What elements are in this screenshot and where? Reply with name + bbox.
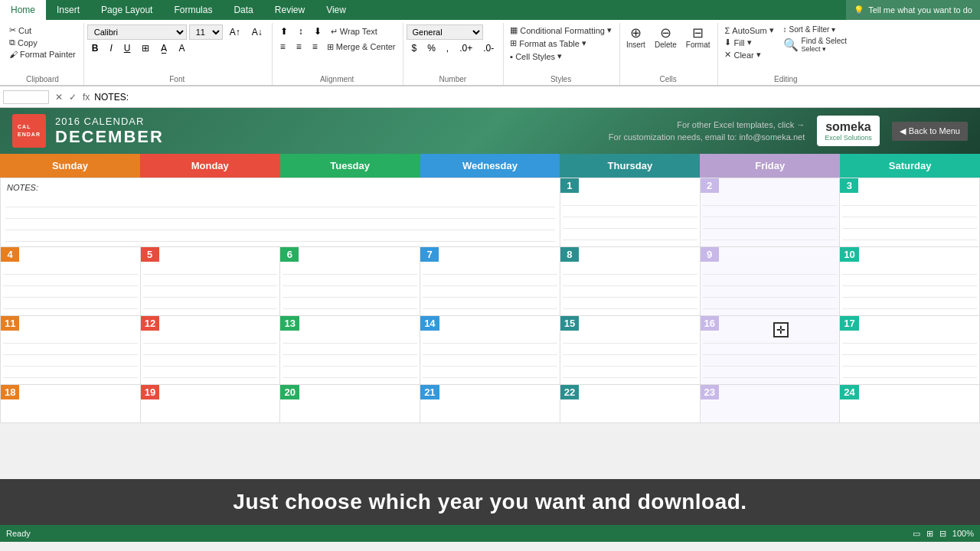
- fill-button[interactable]: ⬇ Fill▾: [721, 37, 776, 48]
- calendar-year: 2016 CALENDAR: [55, 116, 164, 127]
- calendar-cell-dec-3[interactable]: 3: [840, 178, 980, 247]
- insert-function-icon[interactable]: fx: [80, 92, 93, 103]
- cell-lines: [840, 193, 979, 243]
- date-2: 2: [701, 178, 719, 193]
- format-button[interactable]: ⊟ Format: [683, 24, 714, 51]
- align-left-button[interactable]: ≡: [276, 40, 290, 54]
- accounting-button[interactable]: $: [407, 41, 421, 55]
- tab-formulas[interactable]: Formulas: [163, 0, 223, 20]
- day-monday: Monday: [140, 154, 280, 178]
- cell-reference-input[interactable]: [3, 90, 49, 104]
- page-layout-view-icon[interactable]: ⊞: [926, 529, 933, 539]
- align-middle-button[interactable]: ↕: [294, 24, 308, 38]
- sort-filter-button[interactable]: ↕ Sort & Filter▾: [780, 24, 850, 34]
- calendar-cell-dec-4[interactable]: 4: [1, 247, 141, 316]
- tab-home[interactable]: Home: [0, 0, 46, 20]
- wrap-text-button[interactable]: ↵ Wrap Text: [328, 24, 381, 38]
- conditional-formatting-button[interactable]: ▦ Conditional Formatting▾: [507, 24, 615, 36]
- table-icon: ⊞: [510, 38, 517, 48]
- calendar-cell-dec-10[interactable]: 10: [840, 247, 980, 316]
- cut-button[interactable]: ✂ Cut: [6, 24, 79, 36]
- format-icon: ⊟: [692, 26, 704, 40]
- back-to-menu-button[interactable]: ◀ Back to Menu: [892, 122, 968, 141]
- editing-group: Σ AutoSum▾ ⬇ Fill▾ ✕ Clear▾ ↕ Sort & Fil…: [718, 23, 854, 85]
- calendar-cell-dec-7[interactable]: 7: [420, 247, 560, 316]
- calendar-cell-dec-18[interactable]: 18: [1, 385, 141, 423]
- clear-button[interactable]: ✕ Clear▾: [721, 49, 776, 60]
- tab-data[interactable]: Data: [223, 0, 263, 20]
- font-group: Calibri 11 A↑ A↓ B I U ⊞ A̲ A: [84, 23, 273, 85]
- number-group: General $ % , .0+ .0- Number: [403, 23, 504, 85]
- find-select-button[interactable]: 🔍 Find & Select Select ▾: [780, 35, 850, 54]
- calendar-cell-dec-14[interactable]: 14: [420, 316, 560, 385]
- status-bar: Ready ▭ ⊞ ⊟ 100%: [0, 525, 980, 542]
- clipboard-label: Clipboard: [6, 73, 79, 83]
- calendar-cell-dec-11[interactable]: 11: [1, 316, 141, 385]
- calendar-cell-dec-22[interactable]: 22: [560, 385, 701, 423]
- tab-view[interactable]: View: [315, 0, 357, 20]
- format-painter-button[interactable]: 🖌 Format Painter: [6, 49, 79, 60]
- percent-button[interactable]: %: [423, 41, 440, 55]
- underline-button[interactable]: U: [119, 41, 136, 55]
- wrap-text-icon: ↵: [331, 27, 338, 37]
- spreadsheet-area: CALENDAR 2016 CALENDAR DECEMBER For othe…: [0, 108, 980, 525]
- font-color-button[interactable]: A: [174, 41, 189, 55]
- align-top-button[interactable]: ⬆: [276, 24, 292, 38]
- font-family-select[interactable]: Calibri: [87, 24, 187, 40]
- notes-label: NOTES:: [3, 181, 557, 194]
- bold-button[interactable]: B: [87, 41, 103, 55]
- italic-button[interactable]: I: [105, 41, 116, 55]
- calendar-cell-dec-21[interactable]: 21: [420, 385, 560, 423]
- cell-styles-button[interactable]: ▪ Cell Styles▾: [507, 51, 565, 62]
- font-size-select[interactable]: 11: [189, 24, 223, 40]
- calendar-cell-dec-5[interactable]: 5: [141, 247, 281, 316]
- align-center-button[interactable]: ≡: [292, 40, 306, 54]
- styles-group: ▦ Conditional Formatting▾ ⊞ Format as Ta…: [504, 23, 620, 85]
- number-format-select[interactable]: General: [407, 24, 483, 40]
- calendar-cell-dec-13[interactable]: 13: [280, 316, 420, 385]
- increase-decimal-button[interactable]: .0+: [455, 41, 477, 55]
- delete-button[interactable]: ⊖ Delete: [652, 24, 680, 51]
- tab-page-layout[interactable]: Page Layout: [90, 0, 163, 20]
- copy-button[interactable]: ⧉ Copy: [6, 37, 79, 48]
- border-button[interactable]: ⊞: [137, 41, 154, 55]
- cancel-formula-icon[interactable]: ✕: [52, 92, 66, 103]
- calendar-cell-dec-1[interactable]: 1: [560, 178, 701, 247]
- calendar-cell-dec-8[interactable]: 8: [560, 247, 701, 316]
- delete-icon: ⊖: [660, 26, 671, 40]
- calendar-cell-dec-19[interactable]: 19: [141, 385, 281, 423]
- calendar-cell-dec-6[interactable]: 6: [280, 247, 420, 316]
- insert-button[interactable]: ⊕ Insert: [623, 24, 648, 51]
- tab-insert[interactable]: Insert: [46, 0, 90, 20]
- calendar-promo-text: For other Excel templates, click → For c…: [609, 119, 805, 144]
- decrease-decimal-button[interactable]: .0-: [479, 41, 498, 55]
- search-label: Tell me what you want to do: [868, 5, 972, 15]
- autosum-button[interactable]: Σ AutoSum▾: [721, 24, 776, 36]
- calendar-cell-dec-16[interactable]: 16: [701, 316, 841, 385]
- calendar-cell-dec-24[interactable]: 24: [840, 385, 980, 423]
- align-right-button[interactable]: ≡: [308, 40, 322, 54]
- merge-center-button[interactable]: ⊞ Merge & Center: [324, 40, 399, 54]
- format-as-table-button[interactable]: ⊞ Format as Table▾: [507, 37, 590, 49]
- decrease-font-button[interactable]: A↓: [247, 25, 267, 39]
- day-saturday: Saturday: [840, 154, 980, 178]
- calendar-cell-dec-15[interactable]: 15: [560, 316, 701, 385]
- date-9: 9: [701, 247, 719, 262]
- comma-button[interactable]: ,: [442, 41, 453, 55]
- fill-color-button[interactable]: A̲: [156, 41, 172, 55]
- page-break-view-icon[interactable]: ⊟: [939, 529, 946, 539]
- calendar-cell-dec-2[interactable]: 2: [701, 178, 841, 247]
- calendar-cell-dec-23[interactable]: 23: [701, 385, 841, 423]
- calendar-cell-dec-20[interactable]: 20: [280, 385, 420, 423]
- calendar-cell-dec-9[interactable]: 9: [701, 247, 841, 316]
- calendar-cell-dec-12[interactable]: 12: [141, 316, 281, 385]
- increase-font-button[interactable]: A↑: [225, 25, 245, 39]
- notes-cell[interactable]: NOTES:: [1, 178, 560, 247]
- tab-review[interactable]: Review: [264, 0, 315, 20]
- calendar-cell-dec-17[interactable]: 17: [840, 316, 980, 385]
- formula-input[interactable]: [93, 90, 977, 104]
- confirm-formula-icon[interactable]: ✓: [66, 92, 80, 103]
- align-bottom-button[interactable]: ⬇: [309, 24, 326, 38]
- calendar-month: DECEMBER: [55, 127, 164, 147]
- normal-view-icon[interactable]: ▭: [913, 529, 920, 539]
